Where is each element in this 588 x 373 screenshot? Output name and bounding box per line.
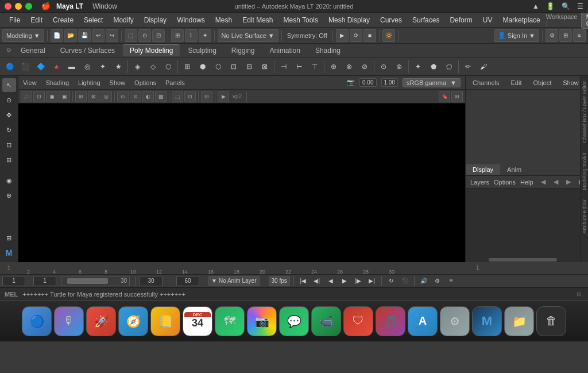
anim-tab[interactable]: Anim <box>500 164 528 175</box>
lasso-tool[interactable]: ⊙ <box>2 93 16 107</box>
dock-folder[interactable]: 📁 <box>504 306 534 336</box>
go-start-btn[interactable]: |◀ <box>297 275 309 287</box>
xray-btn[interactable]: ⊘ <box>130 91 141 102</box>
rivet-btn[interactable]: ✦ <box>411 59 425 74</box>
dock-system-preferences[interactable]: ⚙ <box>440 306 470 336</box>
menu-uv[interactable]: UV <box>478 15 497 25</box>
poly-cone-btn[interactable]: 🔺 <box>49 59 64 74</box>
select-tool-btn[interactable]: ⬚ <box>125 29 137 42</box>
shaded-btn[interactable]: ◼ <box>46 91 57 102</box>
end-frame-field[interactable]: 60 <box>176 276 199 286</box>
menu-deform[interactable]: Deform <box>445 15 477 25</box>
modeling-toolkit-side-tab[interactable]: Modeling Toolkit <box>581 148 588 194</box>
dock-app-store[interactable]: A <box>408 306 438 336</box>
focus-btn[interactable]: ⊙ <box>117 91 129 102</box>
tab-curves-surfaces[interactable]: Curves / Surfaces <box>53 45 122 56</box>
close-button[interactable] <box>5 3 11 10</box>
subdiv-btn[interactable]: ⊞ <box>180 59 195 74</box>
viewport-shading-menu[interactable]: Shading <box>46 79 69 86</box>
go-end-btn[interactable]: ▶| <box>366 275 378 287</box>
value1[interactable]: 0.00 <box>359 78 376 87</box>
dock-nord-vpn[interactable]: 🛡 <box>343 306 373 336</box>
menu-mesh-display[interactable]: Mesh Display <box>324 15 374 25</box>
menu-file[interactable]: File <box>5 15 25 25</box>
menu-edit[interactable]: Edit <box>26 15 47 25</box>
artisan-btn[interactable]: 🖌 <box>476 59 491 74</box>
dock-notes[interactable]: 📒 <box>150 306 180 336</box>
menu-mesh[interactable]: Mesh <box>211 15 237 25</box>
dock-music[interactable]: 🎵 <box>376 306 405 336</box>
weld-btn[interactable]: ⊚ <box>392 59 407 74</box>
redo-btn[interactable]: ↪ <box>106 29 118 42</box>
menu-icon[interactable]: ☰ <box>577 2 583 10</box>
anim-settings-btn[interactable]: ⚙ <box>432 275 443 287</box>
display-tab[interactable]: Display <box>466 164 500 175</box>
minimize-button[interactable] <box>15 3 22 10</box>
scale-tool[interactable]: ⊡ <box>2 138 16 152</box>
start-frame-field[interactable]: 1 <box>2 276 25 286</box>
app-name[interactable]: Maya LT <box>56 2 83 10</box>
workspace-dropdown[interactable]: Maya Classic ▼ <box>581 11 588 29</box>
dock-maya-lt[interactable]: M <box>472 306 502 336</box>
viewport-show-menu[interactable]: Show <box>110 79 126 86</box>
loop-btn[interactable]: ⟳ <box>350 29 362 42</box>
menu-windows[interactable]: Windows <box>172 15 210 25</box>
fill-hole-btn[interactable]: ⊠ <box>257 59 272 74</box>
snap-point-btn[interactable]: ✦ <box>199 29 211 42</box>
stop-btn[interactable]: ■ <box>363 29 376 42</box>
dock-finder[interactable]: 🔵 <box>22 306 52 336</box>
settings-icon[interactable]: ⚙ <box>5 47 13 55</box>
instance-btn[interactable]: ⊤ <box>307 59 322 74</box>
bevel-btn[interactable]: ⬡ <box>211 59 226 74</box>
channel-box-side-tab[interactable]: Channel Box / Layer Editor <box>581 76 588 148</box>
lasso-select-btn[interactable]: ⊙ <box>138 29 151 42</box>
open-file-btn[interactable]: 📂 <box>64 29 77 42</box>
render-region-btn[interactable]: ⬚ <box>172 91 183 102</box>
renderer-btn[interactable]: ▶ <box>218 91 229 102</box>
merge-btn[interactable]: ⊙ <box>376 59 391 74</box>
hud-btn[interactable]: ⊠ <box>88 91 99 102</box>
anim-more-btn[interactable]: ≡ <box>446 275 457 287</box>
menu-select[interactable]: Select <box>79 15 107 25</box>
menu-curves[interactable]: Curves <box>376 15 407 25</box>
render-btn[interactable]: 🔆 <box>382 29 395 42</box>
pip-btn[interactable]: ⊞ <box>451 91 463 102</box>
grid-btn[interactable]: ⊞ <box>559 29 572 42</box>
play-btn[interactable]: ▶ <box>336 29 349 42</box>
menu-create[interactable]: Create <box>48 15 78 25</box>
new-file-btn[interactable]: 📄 <box>51 29 63 42</box>
duplicate-btn[interactable]: ⊢ <box>292 59 307 74</box>
offset-loop-btn[interactable]: ⊗ <box>342 59 357 74</box>
poly-cube-btn[interactable]: ⬛ <box>18 59 33 74</box>
window-menu[interactable]: Window <box>92 2 117 10</box>
snap-curve-btn[interactable]: ⌇ <box>185 29 198 42</box>
play-fwd-btn[interactable]: ▶ <box>339 275 350 287</box>
tab-shading[interactable]: Shading <box>308 45 347 56</box>
viewport-2-btn[interactable]: ⊡ <box>184 91 196 102</box>
audio-btn[interactable]: 🔊 <box>418 275 430 287</box>
prev-layer-btn[interactable]: ◀ <box>538 177 548 187</box>
show-tab[interactable]: Show <box>560 78 581 87</box>
poly-plane-btn[interactable]: ▬ <box>64 59 79 74</box>
next-key-btn[interactable]: |▶ <box>353 275 364 287</box>
menu-edit-mesh[interactable]: Edit Mesh <box>238 15 277 25</box>
layers-label[interactable]: Layers <box>470 179 489 186</box>
edge-flow-btn[interactable]: ⊘ <box>357 59 372 74</box>
snap-grid-tool[interactable]: ⊞ <box>2 231 16 245</box>
end-anim-field[interactable]: 30 <box>140 276 163 286</box>
sign-in-dropdown[interactable]: 👤 Sign In ▼ <box>494 29 539 42</box>
viewport-panels-menu[interactable]: Panels <box>165 79 185 86</box>
maximize-button[interactable] <box>25 3 32 10</box>
universal-tool[interactable]: ⊞ <box>2 153 16 167</box>
viewport-lighting-menu[interactable]: Lighting <box>78 79 100 86</box>
poly-cylinder-btn[interactable]: 🔷 <box>33 59 48 74</box>
frame-range-slider[interactable]: 30 <box>61 276 130 286</box>
settings-btn[interactable]: ⚙ <box>546 29 558 42</box>
dock-calendar[interactable]: DEC 34 <box>183 306 212 336</box>
bookmark-btn[interactable]: 🔖 <box>439 91 450 102</box>
panel-layout-btn[interactable]: ⊟ <box>201 91 212 102</box>
grid-display-btn[interactable]: ⊞ <box>75 91 87 102</box>
dock-launchpad[interactable]: 🚀 <box>86 306 116 336</box>
bridge-btn[interactable]: ⊟ <box>242 59 257 74</box>
separate-btn[interactable]: ◇ <box>145 59 160 74</box>
